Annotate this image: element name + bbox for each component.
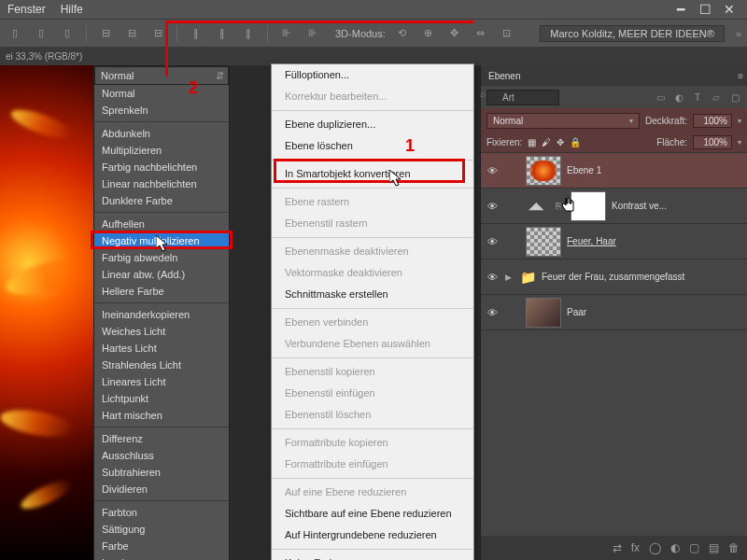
chevron-down-icon[interactable]: ▾: [738, 117, 741, 125]
layer-name[interactable]: Feuer, Haar: [567, 236, 616, 246]
context-menu-item[interactable]: Ebene duplizieren...: [272, 114, 473, 135]
blend-option[interactable]: Hart mischen: [94, 407, 229, 424]
lock-brush-icon[interactable]: 🖌: [542, 137, 551, 147]
delete-layer-icon[interactable]: 🗑: [728, 541, 740, 554]
context-menu-item[interactable]: In Smartobjekt konvertieren: [272, 163, 473, 185]
layer-name[interactable]: Ebene 1: [567, 165, 601, 175]
pan-icon[interactable]: ✥: [445, 24, 464, 43]
context-menu-item[interactable]: Keine Farbe: [272, 553, 473, 560]
layer-name[interactable]: Feuer der Frau, zusammengefasst: [542, 272, 684, 282]
context-menu-item[interactable]: Ebene löschen: [272, 135, 473, 157]
blend-option[interactable]: Dunklere Farbe: [94, 192, 229, 209]
layer-name[interactable]: Paar: [567, 307, 586, 317]
mask-icon[interactable]: ◯: [649, 541, 661, 554]
filter-shape-icon[interactable]: ▱: [710, 91, 723, 104]
fill-value[interactable]: 100%: [693, 135, 732, 149]
distrib-h1-icon[interactable]: ‖: [187, 24, 205, 43]
layer-row[interactable]: 👁◢◣⎘Kontrast ve...: [481, 189, 747, 224]
roll-icon[interactable]: ⊕: [419, 24, 438, 43]
context-menu-item[interactable]: Auf Hintergrundebene reduzieren: [272, 525, 473, 546]
chevron-down-icon[interactable]: ▾: [738, 138, 741, 147]
document-tab[interactable]: ei 33,3% (RGB/8*): [6, 51, 82, 62]
blend-option[interactable]: Dividieren: [94, 481, 229, 497]
layer-row[interactable]: 👁Paar: [481, 295, 747, 330]
layer-row[interactable]: 👁Ebene 1: [481, 153, 747, 189]
blend-mode-current[interactable]: Normal ⇵: [94, 66, 229, 85]
distrib-h2-icon[interactable]: ‖: [213, 24, 232, 43]
spacing1-icon[interactable]: ⊪: [277, 24, 296, 43]
scale-icon[interactable]: ⊡: [498, 24, 516, 43]
blend-option[interactable]: Ausschluss: [94, 447, 229, 464]
layer-blend-dropdown[interactable]: Normal ▾: [486, 113, 640, 129]
orbit-icon[interactable]: ⟲: [393, 24, 412, 43]
context-menu-item[interactable]: Schnittmaske erstellen: [272, 284, 473, 305]
context-menu-item[interactable]: Fülloptionen...: [272, 64, 473, 86]
blend-option[interactable]: Farbig nachbelichten: [94, 159, 229, 175]
minimize-button[interactable]: ━: [669, 0, 693, 19]
layer-name[interactable]: Kontrast ve...: [612, 201, 667, 211]
lock-all-icon[interactable]: 🔒: [570, 137, 581, 147]
align-left-icon[interactable]: ▯: [6, 24, 24, 43]
visibility-eye-icon[interactable]: 👁: [485, 272, 500, 283]
mask-thumbnail[interactable]: [571, 191, 606, 221]
blend-option[interactable]: Subtrahieren: [94, 464, 229, 481]
link-layers-icon[interactable]: ⇄: [613, 541, 622, 554]
distribute2-icon[interactable]: ⊟: [122, 24, 141, 43]
blend-option[interactable]: Linear nachbelichten: [94, 175, 229, 192]
blend-option[interactable]: Multiplizieren: [94, 142, 229, 159]
adjustment-icon[interactable]: ◐: [670, 541, 680, 554]
blend-option[interactable]: Farbton: [94, 504, 229, 521]
blend-option[interactable]: Negativ multiplizieren: [94, 232, 229, 249]
opacity-value[interactable]: 100%: [693, 114, 732, 128]
layer-thumbnail[interactable]: [526, 227, 561, 257]
blend-option[interactable]: Lineares Licht: [94, 373, 229, 390]
blend-option[interactable]: Lichtpunkt: [94, 390, 229, 407]
align-center-icon[interactable]: ▯: [32, 24, 50, 43]
close-button[interactable]: ✕: [717, 0, 741, 19]
maximize-button[interactable]: ☐: [693, 0, 717, 19]
blend-option[interactable]: Differenz: [94, 430, 229, 447]
align-right-icon[interactable]: ▯: [58, 24, 77, 43]
filter-image-icon[interactable]: ▭: [654, 91, 667, 104]
visibility-eye-icon[interactable]: 👁: [485, 165, 500, 176]
blend-option[interactable]: Sprenkeln: [94, 102, 229, 119]
layers-tab[interactable]: Ebenen: [488, 71, 520, 81]
layer-row[interactable]: 👁Feuer, Haar: [481, 224, 747, 259]
layer-thumbnail[interactable]: [526, 156, 561, 186]
blend-option[interactable]: Luminanz: [94, 554, 229, 560]
distribute3-icon[interactable]: ⊟: [148, 24, 167, 43]
visibility-eye-icon[interactable]: 👁: [485, 307, 500, 318]
blend-option[interactable]: Farbe: [94, 538, 229, 554]
visibility-eye-icon[interactable]: 👁: [485, 236, 500, 247]
menu-hilfe[interactable]: Hilfe: [61, 3, 83, 16]
blend-option[interactable]: Strahlendes Licht: [94, 357, 229, 373]
layer-filter-input[interactable]: [486, 90, 559, 105]
blend-option[interactable]: Abdunkeln: [94, 125, 229, 142]
context-menu-item[interactable]: Sichtbare auf eine Ebene reduzieren: [272, 503, 473, 525]
new-layer-icon[interactable]: ▤: [709, 541, 719, 554]
distribute1-icon[interactable]: ⊟: [96, 24, 115, 43]
blend-option[interactable]: Hellere Farbe: [94, 283, 229, 300]
layer-thumbnail[interactable]: [526, 298, 561, 328]
chevron-right-icon[interactable]: »: [736, 28, 741, 39]
menu-fenster[interactable]: Fenster: [7, 3, 46, 16]
blend-option[interactable]: Normal: [94, 85, 229, 102]
blend-option[interactable]: Sättigung: [94, 521, 229, 538]
layer-row[interactable]: 👁▶📁Feuer der Frau, zusammengefasst: [481, 259, 747, 295]
filter-type-icon[interactable]: T: [691, 91, 704, 104]
blend-mode-dropdown[interactable]: Normal ⇵ NormalSprenkelnAbdunkelnMultipl…: [93, 65, 230, 560]
blend-option[interactable]: Linear abw. (Add.): [94, 266, 229, 283]
panel-menu-icon[interactable]: ≡: [738, 71, 743, 81]
group-icon[interactable]: ▢: [689, 541, 699, 554]
blend-option[interactable]: Weiches Licht: [94, 323, 229, 340]
blend-option[interactable]: Hartes Licht: [94, 340, 229, 357]
slide-icon[interactable]: ⇔: [472, 24, 490, 43]
expand-arrow-icon[interactable]: ▶: [505, 273, 514, 282]
lock-transparent-icon[interactable]: ▦: [528, 137, 536, 147]
canvas[interactable]: [0, 65, 93, 560]
lock-move-icon[interactable]: ✥: [557, 137, 564, 147]
blend-option[interactable]: Ineinanderkopieren: [94, 306, 229, 323]
blend-option[interactable]: Aufhellen: [94, 216, 229, 232]
spacing2-icon[interactable]: ⊪: [303, 24, 322, 43]
workspace-label[interactable]: Marco Kolditz, MEER DER IDEEN®: [540, 25, 725, 42]
